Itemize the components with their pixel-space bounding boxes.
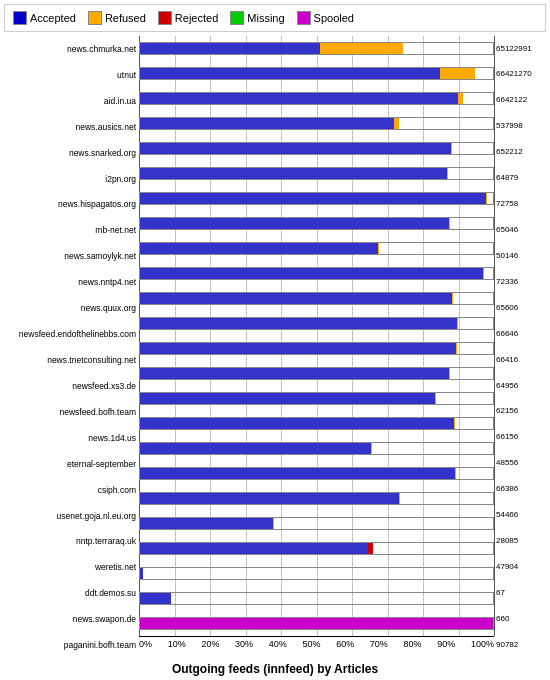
right-label-value: 4 (514, 563, 518, 572)
right-label-value: 6560 (496, 304, 514, 313)
right-label: 66416 (494, 347, 546, 373)
bar-row (139, 586, 494, 611)
bar-row (139, 111, 494, 136)
right-label: 48556 (494, 451, 546, 477)
bar-row (139, 186, 494, 211)
bar-segment-accepted (140, 443, 371, 454)
bar-segment-accepted (140, 593, 171, 604)
right-label-value: 6495 (496, 382, 514, 391)
y-label: ddt.demos.su (4, 580, 139, 606)
bar-segment-accepted (140, 318, 457, 329)
bar-row (139, 311, 494, 336)
right-label-value: 6642 (496, 70, 514, 79)
bar-segment-accepted (140, 543, 368, 554)
x-label: 70% (370, 639, 388, 649)
right-label: 66386 (494, 477, 546, 503)
bar-segment-accepted (140, 418, 454, 429)
right-label-value: 5014 (496, 252, 514, 261)
right-label-value: 6 (514, 459, 518, 468)
bar-track (139, 167, 494, 180)
right-label-value: 5379 (496, 122, 514, 131)
right-label-value: 67 (496, 589, 505, 598)
right-label-value: 1270 (514, 70, 532, 79)
bar-row (139, 261, 494, 286)
right-label: 66421270 (494, 62, 546, 88)
x-label: 60% (336, 639, 354, 649)
right-label: 66156 (494, 425, 546, 451)
y-label: newsfeed.endofthelinebbs.com (4, 321, 139, 347)
bar-row (139, 536, 494, 561)
right-label-value: 2808 (496, 537, 514, 546)
legend-label-rejected: Rejected (175, 12, 218, 24)
y-label: mb-net.net (4, 217, 139, 243)
right-label: 65046 (494, 217, 546, 243)
x-label: 100% (471, 639, 494, 649)
right-label-value: 122 (514, 96, 527, 105)
right-label-value: 6512 (496, 45, 514, 54)
bar-track (139, 492, 494, 505)
bar-row (139, 336, 494, 361)
x-label: 30% (235, 639, 253, 649)
x-axis: 0%10%20%30%40%50%60%70%80%90%100% (139, 636, 494, 658)
right-label: 50146 (494, 243, 546, 269)
bar-track (139, 392, 494, 405)
bar-row (139, 86, 494, 111)
right-label-value: 6 (514, 252, 518, 261)
bar-track (139, 617, 494, 630)
x-label: 20% (201, 639, 219, 649)
bar-track (139, 592, 494, 605)
bar-row (139, 486, 494, 511)
bar-row (139, 611, 494, 636)
right-label-value: 6664 (496, 330, 514, 339)
right-label-value: 4790 (496, 563, 514, 572)
right-label-value: 6 (514, 330, 518, 339)
legend-label-refused: Refused (105, 12, 146, 24)
right-label-value: 6 (514, 433, 518, 442)
axis-title: Outgoing feeds (innfeed) by Articles (0, 660, 550, 680)
right-label-value: 660 (496, 615, 509, 624)
right-label: 90782 (494, 632, 546, 658)
y-label: nntp.terraraq.uk (4, 529, 139, 555)
right-label-value: 6 (514, 511, 518, 520)
y-label: news.nntp4.net (4, 269, 139, 295)
bar-segment-accepted (140, 118, 394, 129)
bar-row (139, 361, 494, 386)
bar-track (139, 517, 494, 530)
bar-track (139, 67, 494, 80)
bar-row (139, 136, 494, 161)
right-label-value: 6 (514, 407, 518, 416)
legend-swatch-rejected (158, 11, 172, 25)
right-label: 62156 (494, 399, 546, 425)
x-label: 90% (437, 639, 455, 649)
y-label: newsfeed.xs3.de (4, 373, 139, 399)
right-label-value: 6487 (496, 174, 514, 183)
right-label-value: 98 (514, 122, 523, 131)
bar-track (139, 192, 494, 205)
bar-segment-accepted (140, 168, 447, 179)
y-label: usenet.goja.nl.eu.org (4, 503, 139, 529)
bar-row (139, 436, 494, 461)
legend-label-accepted: Accepted (30, 12, 76, 24)
bar-segment-accepted (140, 518, 273, 529)
bar-segment-accepted (140, 493, 399, 504)
legend-item-accepted: Accepted (13, 11, 76, 25)
y-label: csiph.com (4, 477, 139, 503)
right-label-value: 6 (514, 278, 518, 287)
y-labels: news.chmurka.netutnutaid.in.uanews.ausic… (4, 36, 139, 658)
legend-label-spooled: Spooled (314, 12, 354, 24)
right-label: 72758 (494, 192, 546, 218)
bar-segment-spooled (140, 618, 493, 629)
bar-row (139, 236, 494, 261)
right-label-value: 8 (514, 200, 518, 209)
bar-segment-accepted (140, 218, 449, 229)
right-label-value: 12 (514, 148, 523, 157)
right-label-value: 6504 (496, 226, 514, 235)
right-label-value: 6638 (496, 485, 514, 494)
y-label: news.swapon.de (4, 606, 139, 632)
bar-row (139, 386, 494, 411)
bar-segment-accepted (140, 243, 378, 254)
bar-segment-refused (440, 68, 475, 79)
y-label: news.1d4.us (4, 425, 139, 451)
bar-segment-accepted (140, 568, 143, 579)
legend-item-refused: Refused (88, 11, 146, 25)
